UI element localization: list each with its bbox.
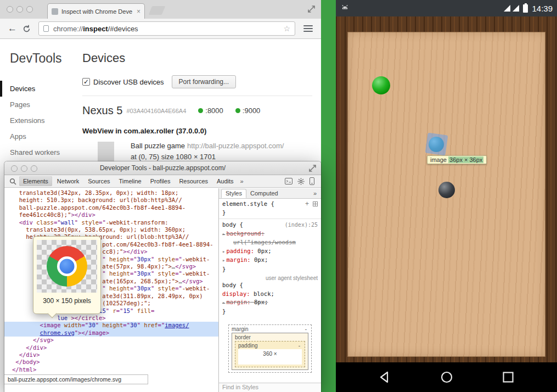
tab-audits[interactable]: Audits xyxy=(213,176,238,186)
target-geometry: at (0, 75) size 1080 × 1701 xyxy=(131,153,284,161)
window-resize-icon[interactable] xyxy=(307,5,316,13)
device-emulation-icon[interactable] xyxy=(310,177,314,185)
inspect-highlight-overlay xyxy=(425,133,448,156)
stylesheet-source-link[interactable]: (index):25 xyxy=(285,221,318,229)
code-line[interactable]: lue ></circle> xyxy=(4,315,218,322)
back-button[interactable]: ← xyxy=(8,23,17,34)
wifi-icon xyxy=(504,5,510,12)
discover-usb-checkbox[interactable]: ✓ xyxy=(82,78,90,86)
code-line[interactable]: </html> xyxy=(4,366,218,373)
battery-icon xyxy=(523,4,528,13)
code-line[interactable]: translate3d(342px, 28.35px, 0px); width:… xyxy=(4,189,218,197)
code-line[interactable]: translate3d(0px, 538.65px, 0px); width: … xyxy=(4,226,218,233)
css-property-display[interactable]: display: block; xyxy=(219,290,321,299)
new-tab-button[interactable] xyxy=(149,6,165,15)
minimize-window-button[interactable] xyxy=(21,165,27,172)
sidebar-item-devices[interactable]: Devices xyxy=(0,81,81,97)
sidebar-item-shared-workers[interactable]: Shared workers xyxy=(0,144,81,160)
tab-styles[interactable]: Styles xyxy=(221,189,246,198)
css-value-background[interactable]: url("images/woodsm xyxy=(219,238,321,247)
android-recents-button[interactable] xyxy=(501,370,515,384)
body-selector: body { xyxy=(222,221,243,229)
device-page-background xyxy=(321,0,336,392)
tab-sources[interactable]: Sources xyxy=(84,176,114,186)
url-host: inspect xyxy=(83,25,108,33)
tab-computed[interactable]: Computed xyxy=(246,189,282,198)
status-clock: 14:39 xyxy=(532,4,553,13)
browser-tab[interactable]: Inspect with Chrome Deve × xyxy=(47,3,145,19)
box-model-content[interactable]: 360 × xyxy=(238,349,302,365)
styles-overflow-chevron[interactable]: » xyxy=(313,190,319,197)
dark-ball[interactable] xyxy=(438,182,455,198)
sidebar-item-apps[interactable]: Apps xyxy=(0,128,81,144)
code-line[interactable]: </body> xyxy=(4,359,218,366)
tab-network[interactable]: Network xyxy=(53,176,83,186)
tab-profiles[interactable]: Profiles xyxy=(147,176,175,186)
image-preview-popup: 300 × 150 pixels xyxy=(33,236,101,314)
image-dimensions-label: 300 × 150 pixels xyxy=(37,297,97,305)
brace: } xyxy=(219,209,321,217)
close-window-button[interactable] xyxy=(11,165,18,172)
sidebar-item-pages[interactable]: Pages xyxy=(0,97,81,113)
inspect-target-icon[interactable] xyxy=(313,201,318,206)
user-agent-stylesheet-label: user agent stylesheet xyxy=(219,273,321,281)
box-model-margin[interactable]: margin- border padding- 360 × xyxy=(228,324,312,373)
code-line[interactable]: <image width="30" height="30" href="imag… xyxy=(4,322,218,329)
tab-favicon-icon xyxy=(52,8,58,15)
css-property-margin[interactable]: ▸margin: 0px; xyxy=(219,256,321,265)
cell-signal-icon xyxy=(513,5,519,12)
brace: } xyxy=(219,307,321,316)
css-property-ua-margin[interactable]: ▸margin: 8px; xyxy=(219,298,321,307)
section-divider xyxy=(82,96,312,96)
css-property-background[interactable]: ▸background: xyxy=(219,229,321,239)
zoom-window-button[interactable] xyxy=(26,6,33,13)
window-resize-icon[interactable] xyxy=(308,164,317,172)
css-property-padding[interactable]: ▸padding: 0px; xyxy=(219,247,321,256)
code-line[interactable]: height: 510.3px; background: url(blob:ht… xyxy=(4,197,218,204)
gear-icon[interactable] xyxy=(297,178,305,185)
zoom-window-button[interactable] xyxy=(31,165,37,172)
close-window-button[interactable] xyxy=(7,6,13,13)
code-line[interactable]: chrome.svg"></image> xyxy=(4,329,218,337)
styles-sidebar: Styles Computed » element.style { + } bo… xyxy=(218,188,321,392)
port-label: :8000 xyxy=(205,107,223,115)
element-style-selector: element.style { xyxy=(222,200,274,208)
usb-debugging-bug-icon xyxy=(340,4,350,13)
webview-title: WebView in com.alex.roller (37.0.0.0) xyxy=(82,127,312,135)
code-line[interactable]: ball-puzzle.appspot.com/642ec0b3-fb8f-4e… xyxy=(4,204,218,211)
find-styles-input[interactable]: Find in Styles xyxy=(219,383,321,392)
tab-strip: Inspect with Chrome Deve × xyxy=(0,0,321,19)
android-status-bar: 14:39 xyxy=(336,0,557,16)
discover-usb-label: Discover USB devices xyxy=(93,78,164,86)
new-style-rule-icon[interactable]: + xyxy=(305,200,309,208)
green-ball[interactable] xyxy=(372,76,390,94)
tab-close-icon[interactable]: × xyxy=(137,8,140,15)
sidebar-item-extensions[interactable]: Extensions xyxy=(0,113,81,128)
tab-elements[interactable]: Elements xyxy=(19,176,52,186)
search-icon[interactable] xyxy=(9,178,16,185)
box-model-diagram: margin- border padding- 360 × xyxy=(228,324,312,373)
box-model-padding[interactable]: padding- 360 × xyxy=(235,341,305,367)
box-model-border[interactable]: border padding- 360 × xyxy=(232,333,308,370)
tab-resources[interactable]: Resources xyxy=(175,176,212,186)
code-line[interactable]: </div> xyxy=(4,351,218,359)
code-line[interactable]: </div> xyxy=(4,344,218,351)
tabs-overflow-chevron[interactable]: » xyxy=(240,178,244,184)
code-line[interactable]: <div class="wall" style="-webkit-transfo… xyxy=(4,219,218,226)
menu-icon[interactable] xyxy=(303,25,313,32)
target-page-name: Ball puzzle game xyxy=(131,142,185,150)
address-bar[interactable]: chrome://inspect/#devices ☆ xyxy=(38,21,295,36)
android-back-button[interactable] xyxy=(378,370,392,384)
minimize-window-button[interactable] xyxy=(16,6,23,13)
code-line[interactable]: fee461cc40c8);"></div> xyxy=(4,211,218,219)
console-drawer-icon[interactable] xyxy=(285,178,292,184)
tooltip-tag-name: image xyxy=(430,156,447,163)
port-forwarding-button[interactable]: Port forwarding... xyxy=(172,75,236,88)
android-home-button[interactable] xyxy=(440,370,454,384)
target-page-url: http://ball-puzzle.appspot.com/ xyxy=(187,142,284,150)
tab-timeline[interactable]: Timeline xyxy=(115,176,145,186)
code-line[interactable]: </svg> xyxy=(4,337,218,344)
url-path: /#devices xyxy=(108,25,138,33)
bookmark-star-icon[interactable]: ☆ xyxy=(283,24,290,33)
reload-button[interactable] xyxy=(22,25,31,33)
